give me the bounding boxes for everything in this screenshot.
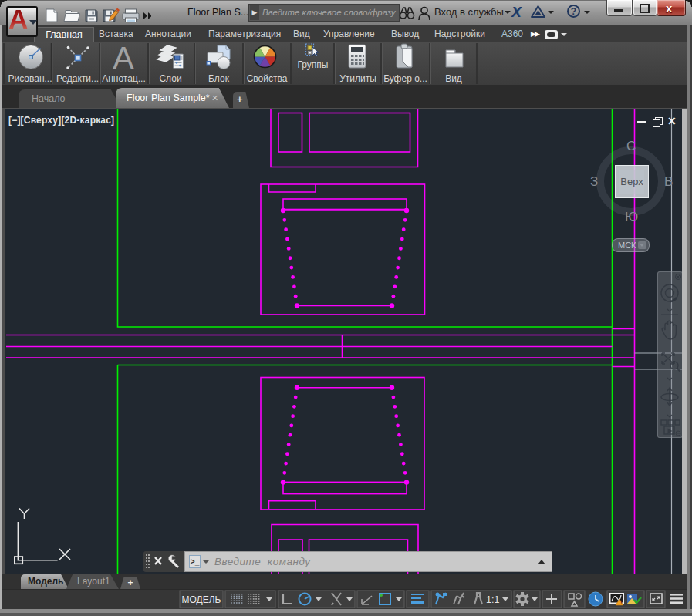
svg-text:МОДЕЛЬ: МОДЕЛЬ: [182, 594, 221, 605]
svg-text:A: A: [113, 42, 134, 76]
svg-text:!: !: [621, 601, 623, 605]
svg-text:1:1: 1:1: [486, 594, 499, 605]
